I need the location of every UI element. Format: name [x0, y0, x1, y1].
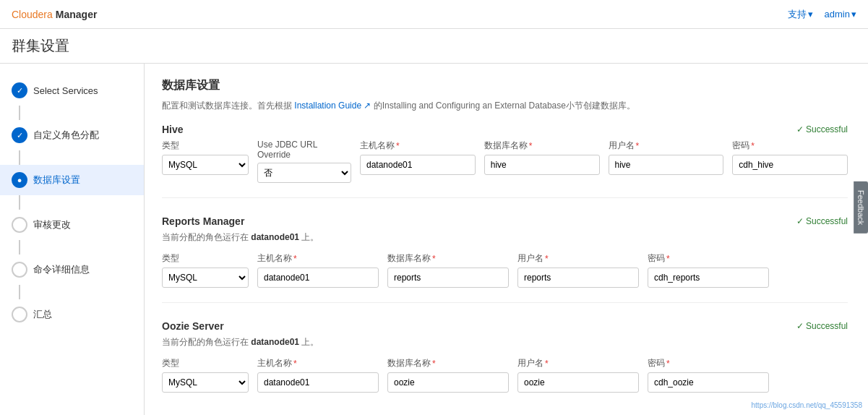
connector-4	[19, 240, 20, 254]
hive-hostname-input[interactable]	[360, 155, 476, 175]
reports-password-input[interactable]	[648, 268, 769, 288]
service-block-oozie: Oozie Server ✓ Successful 当前分配的角色运行在 dat…	[162, 320, 848, 406]
oozie-type-select[interactable]: MySQL	[162, 372, 249, 393]
sidebar-item-summary[interactable]: 汇总	[0, 299, 144, 330]
reports-dbname-input[interactable]	[387, 268, 509, 288]
hive-form-row: 类型 MySQL Use JDBC URL Override 否 主机名称*	[162, 140, 848, 183]
chevron-down-icon: ▾	[808, 9, 813, 20]
sidebar-item-command-details[interactable]: 命令详细信息	[0, 254, 144, 285]
hive-dbname-label: 数据库名称*	[484, 140, 600, 152]
main-layout: ✓ Select Services ✓ 自定义角色分配 ● 数据库设置 审核更改…	[0, 64, 868, 415]
connector-3	[19, 195, 20, 210]
reports-type-select[interactable]: MySQL	[162, 268, 249, 288]
hive-dbname-group: 数据库名称*	[484, 140, 600, 175]
sidebar-label-summary: 汇总	[33, 308, 52, 321]
desc-prefix: 配置和测试数据库连接。首先根据	[162, 100, 292, 111]
reports-success: ✓ Successful	[796, 216, 848, 226]
chevron-down-icon: ▾	[851, 9, 856, 20]
hive-password-input[interactable]	[732, 155, 848, 175]
hive-jdbc-select[interactable]: 否	[257, 163, 351, 183]
reports-node: datanode01	[251, 232, 299, 242]
reports-username-label: 用户名*	[517, 252, 639, 265]
hive-username-input[interactable]	[609, 155, 724, 175]
step-icon-custom-roles: ✓	[12, 127, 27, 143]
step-icon-select-services: ✓	[12, 82, 27, 98]
support-link[interactable]: 支持 ▾	[788, 8, 813, 21]
service-header-hive: Hive ✓ Successful	[162, 124, 848, 135]
step-icon-summary	[12, 307, 27, 322]
reports-dbname-label: 数据库名称*	[387, 252, 509, 265]
hive-dbname-input[interactable]	[484, 155, 600, 175]
service-name-oozie: Oozie Server	[162, 320, 224, 332]
hive-username-group: 用户名*	[609, 140, 724, 175]
reports-hostname-input[interactable]	[257, 268, 379, 288]
connector-5	[19, 285, 20, 299]
header-right: 支持 ▾ admin ▾	[788, 8, 856, 21]
sidebar: ✓ Select Services ✓ 自定义角色分配 ● 数据库设置 审核更改…	[0, 64, 145, 415]
sidebar-item-review[interactable]: 审核更改	[0, 210, 144, 240]
oozie-form-row: 类型 MySQL 主机名称* 数据库名称* 用户名*	[162, 357, 848, 393]
content-area: 数据库设置 配置和测试数据库连接。首先根据 Installation Guide…	[145, 64, 868, 415]
oozie-hostname-group: 主机名称*	[257, 357, 379, 393]
cloudera-text: Cloudera	[12, 9, 53, 20]
desc-suffix: 的Installing and Configuring an External …	[374, 100, 635, 111]
service-header-reports: Reports Manager ✓ Successful	[162, 215, 848, 227]
hive-hostname-label: 主机名称*	[360, 140, 476, 152]
reports-hostname-label: 主机名称*	[257, 252, 379, 265]
sidebar-label-review: 审核更改	[33, 218, 71, 231]
admin-link[interactable]: admin ▾	[825, 9, 856, 20]
oozie-type-group: 类型 MySQL	[162, 357, 249, 393]
sidebar-label-db-settings: 数据库设置	[33, 174, 80, 187]
oozie-password-label: 密码*	[648, 357, 769, 369]
sidebar-item-custom-roles[interactable]: ✓ 自定义角色分配	[0, 120, 144, 150]
hive-type-label: 类型	[162, 140, 249, 152]
content-scroll: 数据库设置 配置和测试数据库连接。首先根据 Installation Guide…	[162, 78, 851, 406]
sidebar-label-custom-roles: 自定义角色分配	[33, 129, 99, 142]
reports-username-input[interactable]	[517, 268, 639, 288]
hive-type-group: 类型 MySQL	[162, 140, 249, 175]
reports-type-group: 类型 MySQL	[162, 252, 249, 288]
oozie-password-group: 密码*	[648, 357, 769, 393]
service-name-reports: Reports Manager	[162, 215, 244, 227]
oozie-password-input[interactable]	[648, 372, 769, 393]
reports-dbname-group: 数据库名称*	[387, 252, 509, 288]
page-title: 群集设置	[12, 36, 856, 56]
hive-type-select[interactable]: MySQL	[162, 155, 249, 175]
sidebar-label-select-services: Select Services	[33, 85, 98, 96]
service-block-reports: Reports Manager ✓ Successful 当前分配的角色运行在 …	[162, 215, 848, 303]
hive-success: ✓ Successful	[796, 124, 848, 134]
service-block-hive: Hive ✓ Successful 类型 MySQL Use JDBC URL …	[162, 124, 848, 198]
page-title-bar: 群集设置	[0, 29, 868, 64]
oozie-hostname-input[interactable]	[257, 372, 379, 393]
hive-jdbc-group: Use JDBC URL Override 否	[257, 140, 351, 183]
oozie-username-input[interactable]	[517, 372, 639, 393]
hive-username-label: 用户名*	[609, 140, 724, 152]
sidebar-item-select-services[interactable]: ✓ Select Services	[0, 75, 144, 106]
oozie-username-group: 用户名*	[517, 357, 639, 393]
oozie-type-label: 类型	[162, 357, 249, 369]
hive-jdbc-label: Use JDBC URL Override	[257, 140, 351, 160]
oozie-success: ✓ Successful	[796, 321, 848, 331]
service-name-hive: Hive	[162, 124, 184, 135]
service-header-oozie: Oozie Server ✓ Successful	[162, 320, 848, 332]
step-icon-command-details	[12, 262, 27, 278]
section-desc: 配置和测试数据库连接。首先根据 Installation Guide ↗ 的In…	[162, 99, 848, 112]
oozie-info: 当前分配的角色运行在 datanode01 上。	[162, 336, 848, 348]
reports-password-label: 密码*	[648, 252, 769, 265]
watermark: https://blog.csdn.net/qq_45591358	[752, 401, 862, 409]
step-icon-review	[12, 217, 27, 233]
hive-hostname-group: 主机名称*	[360, 140, 476, 175]
oozie-dbname-group: 数据库名称*	[387, 357, 509, 393]
oozie-dbname-input[interactable]	[387, 372, 509, 393]
feedback-tab[interactable]: Feedback	[854, 181, 868, 234]
installation-guide-link[interactable]: Installation Guide ↗	[294, 100, 371, 111]
section-title: 数据库设置	[162, 78, 848, 93]
reports-form-row: 类型 MySQL 主机名称* 数据库名称* 用户名*	[162, 252, 848, 288]
oozie-dbname-label: 数据库名称*	[387, 357, 509, 369]
sidebar-item-db-settings[interactable]: ● 数据库设置	[0, 165, 144, 195]
header: Cloudera Manager 支持 ▾ admin ▾	[0, 0, 868, 29]
step-icon-db-settings: ●	[12, 172, 27, 188]
reports-info: 当前分配的角色运行在 datanode01 上。	[162, 231, 848, 244]
connector-1	[19, 106, 20, 120]
oozie-username-label: 用户名*	[517, 357, 639, 369]
